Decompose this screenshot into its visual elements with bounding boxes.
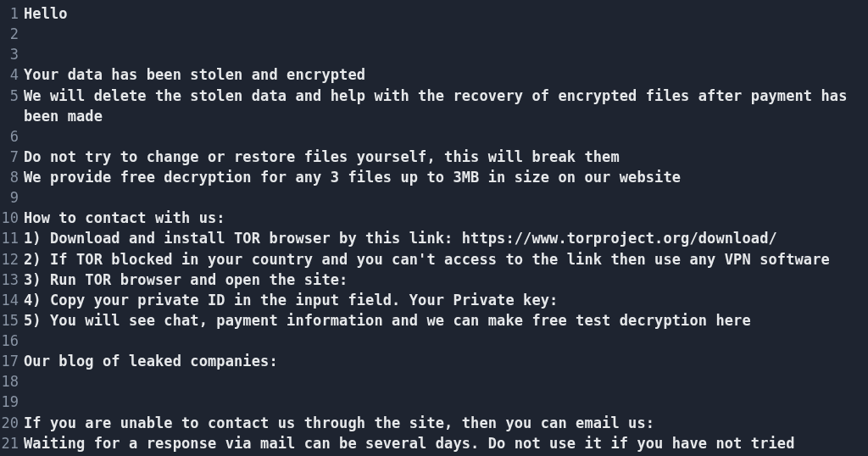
line-number: 21	[0, 433, 24, 453]
line-text: We provide free decryption for any 3 fil…	[24, 167, 868, 187]
editor-line: 3	[0, 44, 868, 64]
editor-line: 155) You will see chat, payment informat…	[0, 310, 868, 331]
editor-line: 2	[0, 24, 868, 44]
line-text: 4) Copy your private ID in the input fie…	[24, 290, 868, 310]
editor-line: 1Hello	[0, 3, 868, 24]
editor-line: 6	[0, 126, 868, 147]
editor-line: 19	[0, 392, 868, 412]
line-number: 20	[0, 413, 24, 433]
editor-line: 133) Run TOR browser and open the site:	[0, 270, 868, 290]
line-text: How to contact with us:	[24, 208, 868, 228]
line-number: 1	[0, 3, 24, 24]
line-number: 15	[0, 310, 24, 331]
editor-line: 122) If TOR blocked in your country and …	[0, 249, 868, 270]
line-text: Do not try to change or restore files yo…	[24, 147, 868, 167]
editor-line: 4Your data has been stolen and encrypted	[0, 64, 868, 85]
line-number: 11	[0, 228, 24, 248]
editor-line: 20If you are unable to contact us throug…	[0, 413, 868, 433]
line-text: Waiting for a response via mail can be s…	[24, 433, 868, 456]
line-number: 4	[0, 64, 24, 85]
line-text: 1) Download and install TOR browser by t…	[24, 228, 868, 248]
line-text: If you are unable to contact us through …	[24, 413, 868, 433]
line-number: 3	[0, 44, 24, 64]
line-text: Hello	[24, 3, 868, 24]
line-text: Our blog of leaked companies:	[24, 351, 868, 371]
line-number: 13	[0, 270, 24, 290]
line-text: 3) Run TOR browser and open the site:	[24, 270, 868, 290]
line-number: 19	[0, 392, 24, 412]
editor-line: 21Waiting for a response via mail can be…	[0, 433, 868, 456]
editor-line: 5We will delete the stolen data and help…	[0, 86, 868, 126]
line-number: 12	[0, 249, 24, 270]
line-text: 2) If TOR blocked in your country and yo…	[24, 249, 868, 270]
editor-line: 111) Download and install TOR browser by…	[0, 228, 868, 248]
line-number: 2	[0, 24, 24, 44]
line-number: 9	[0, 187, 24, 208]
line-text: We will delete the stolen data and help …	[24, 86, 868, 126]
line-number: 17	[0, 351, 24, 371]
editor-line: 8We provide free decryption for any 3 fi…	[0, 167, 868, 187]
text-editor: 1Hello234Your data has been stolen and e…	[0, 0, 868, 456]
line-text: 5) You will see chat, payment informatio…	[24, 310, 868, 331]
line-number: 14	[0, 290, 24, 310]
line-number: 16	[0, 331, 24, 351]
editor-line: 10How to contact with us:	[0, 208, 868, 228]
editor-line: 16	[0, 331, 868, 351]
line-number: 5	[0, 86, 24, 106]
line-number: 18	[0, 371, 24, 392]
editor-line: 144) Copy your private ID in the input f…	[0, 290, 868, 310]
editor-line: 18	[0, 371, 868, 392]
line-text: Your data has been stolen and encrypted	[24, 64, 868, 85]
editor-line: 7Do not try to change or restore files y…	[0, 147, 868, 167]
line-number: 10	[0, 208, 24, 228]
line-number: 7	[0, 147, 24, 167]
editor-line: 17Our blog of leaked companies:	[0, 351, 868, 371]
editor-line: 9	[0, 187, 868, 208]
line-number: 6	[0, 126, 24, 147]
line-number: 8	[0, 167, 24, 187]
